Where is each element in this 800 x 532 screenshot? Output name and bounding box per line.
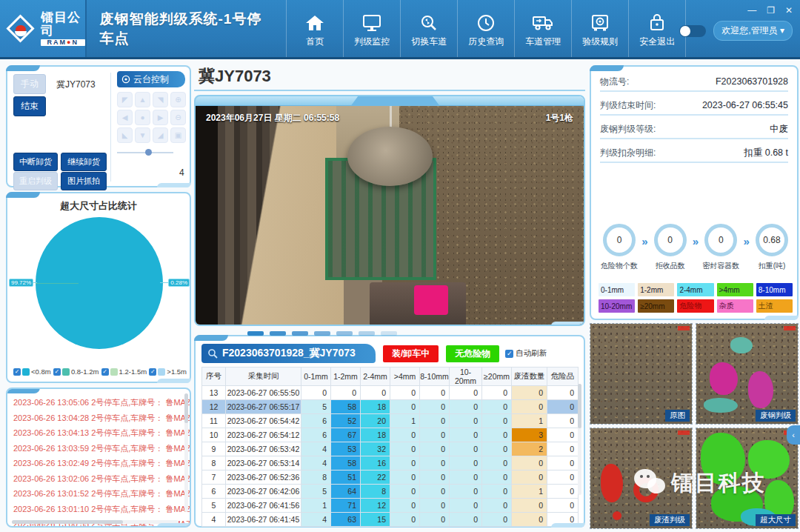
video-timestamp-overlay: 2023年06月27日 星期二 06:55:58 bbox=[206, 112, 339, 124]
ptz-button-0[interactable]: ◤ bbox=[117, 92, 133, 107]
window-controls: — ❐ ✕ bbox=[747, 6, 793, 15]
info-value: F2023063701928 bbox=[716, 76, 788, 87]
list-item[interactable]: 2023-06-26 13:05:06 2号停车点,车牌号： 鲁MAZ317,1… bbox=[13, 395, 182, 410]
ptz-button-4[interactable]: ◀ bbox=[117, 110, 133, 125]
history-icon bbox=[476, 10, 496, 32]
nav-item-home[interactable]: 首页 bbox=[286, 0, 343, 57]
table-column-header: 0-1mm bbox=[301, 368, 331, 386]
table-row[interactable]: 52023-06-27 06:41:5617112000000 bbox=[202, 499, 579, 513]
table-vertical-scrollbar[interactable] bbox=[578, 384, 581, 495]
table-row[interactable]: 92023-06-27 06:53:4245332000020 bbox=[202, 442, 579, 456]
list-item[interactable]: 2023-06-26 13:01:52 2号停车点,车牌号： 鲁MAZ317,1… bbox=[13, 486, 182, 502]
cell-value: 0 bbox=[482, 428, 512, 442]
snapshot-button[interactable]: 图片抓拍 bbox=[61, 172, 107, 190]
end-button[interactable]: 结束 bbox=[13, 96, 46, 116]
table-row[interactable]: 42023-06-27 06:41:4546315000000 bbox=[202, 513, 579, 527]
collapse-handle[interactable]: ‹ bbox=[787, 425, 800, 445]
header-bar: 镭目公司 RAM●N 废钢智能判级系统-1号停车点 首页 判级监控 切换车道 bbox=[0, 0, 800, 59]
title-divider bbox=[194, 90, 585, 91]
brand-company-name: 镭目公司 bbox=[41, 11, 85, 38]
thumb-steel-grading[interactable]: 废钢判级 bbox=[696, 323, 799, 425]
live-video-feed: 2023年06月27日 星期二 06:55:58 1号1枪 bbox=[196, 106, 584, 326]
ptz-button-8[interactable]: ◣ bbox=[117, 127, 133, 143]
table-row[interactable]: 102023-06-27 06:54:1266718000030 bbox=[202, 428, 579, 442]
table-column-header: 2-4mm bbox=[361, 368, 390, 386]
cell-value: 0 bbox=[547, 428, 579, 442]
cell-value: 0 bbox=[390, 456, 420, 471]
ptz-button-7[interactable]: ⊖ bbox=[170, 110, 186, 125]
table-row[interactable]: 112023-06-27 06:54:4265220100010 bbox=[202, 414, 579, 428]
nav-item-grading-monitor[interactable]: 判级监控 bbox=[343, 0, 400, 57]
slider-handle[interactable] bbox=[145, 149, 152, 156]
legend-swatch-icon bbox=[110, 368, 118, 376]
event-list: 2023-06-26 13:05:06 2号停车点,车牌号： 鲁MAZ317,1… bbox=[13, 395, 182, 528]
stat-value: 0 bbox=[704, 224, 737, 256]
thumb-label: 原图 bbox=[665, 410, 690, 422]
legend-checkbox[interactable]: ✓ bbox=[53, 368, 61, 376]
thumb-label: 超大尺寸 bbox=[756, 514, 796, 526]
ptz-speed-slider[interactable] bbox=[117, 149, 173, 156]
event-vertical-scrollbar[interactable] bbox=[184, 393, 188, 512]
cell-value: 0 bbox=[547, 499, 579, 513]
cell-index: 7 bbox=[202, 471, 226, 485]
theme-toggle[interactable] bbox=[679, 25, 706, 37]
ptz-button-2[interactable]: ◥ bbox=[153, 92, 168, 107]
cell-value: 0 bbox=[420, 442, 450, 456]
nav-item-lane-management[interactable]: 车道管理 bbox=[514, 0, 571, 57]
list-item[interactable]: 2023-06-26 13:04:13 2号停车点,车牌号： 鲁MAZ317,1… bbox=[13, 425, 182, 441]
legend-swatch-icon bbox=[62, 368, 70, 376]
minimize-button[interactable]: — bbox=[747, 6, 756, 15]
nav-item-history-query[interactable]: 历史查询 bbox=[457, 0, 514, 57]
auto-refresh-checkbox[interactable]: ✓ bbox=[505, 350, 513, 358]
event-horizontal-scrollbar[interactable] bbox=[12, 520, 179, 524]
legend-checkbox[interactable]: ✓ bbox=[149, 368, 156, 376]
nav-item-grade-rules[interactable]: 验级规则 bbox=[571, 0, 628, 57]
nav-item-safe-exit[interactable]: 安全退出 bbox=[628, 0, 685, 57]
list-item[interactable]: 2023-06-26 13:04:28 2号停车点,车牌号： 鲁MAZ317,1… bbox=[13, 410, 182, 426]
maximize-button[interactable]: ❐ bbox=[767, 6, 775, 15]
ptz-button-10[interactable]: ◢ bbox=[153, 127, 168, 143]
cell-index: 12 bbox=[202, 400, 226, 414]
ptz-button-9[interactable]: ▼ bbox=[135, 127, 150, 143]
table-row[interactable]: 62023-06-27 06:42:065648000010 bbox=[202, 485, 579, 499]
table-row[interactable]: 72023-06-27 06:52:3685122000000 bbox=[202, 471, 579, 485]
status-badge-no-danger: 无危险物 bbox=[446, 345, 499, 362]
ptz-button-6[interactable]: ▶ bbox=[153, 110, 168, 125]
manual-button[interactable]: 手动 bbox=[13, 74, 46, 94]
cell-index: 8 bbox=[202, 456, 226, 471]
list-item[interactable]: 2023-06-26 13:01:10 2号停车点,车牌号： 鲁MAZ317,1… bbox=[13, 502, 182, 517]
ptz-control: 云台控制 ◤▲◥⊕◀●▶⊖◣▼◢▣ bbox=[117, 71, 187, 182]
nav-item-switch-lane[interactable]: 切换车道 bbox=[400, 0, 457, 57]
stat-value: 0 bbox=[654, 224, 687, 256]
cell-value: 4 bbox=[301, 456, 331, 471]
truck-icon bbox=[533, 10, 553, 32]
list-item[interactable]: 2023-06-26 13:02:49 2号停车点,车牌号： 鲁MAZ317,1… bbox=[13, 456, 182, 471]
ptz-button-11[interactable]: ▣ bbox=[170, 127, 186, 143]
thumb-oversize[interactable]: 超大尺寸 bbox=[696, 428, 799, 529]
legend-checkbox[interactable]: ✓ bbox=[101, 368, 109, 376]
live-video-panel: 2023年06月27日 星期二 06:55:58 1号1枪 bbox=[194, 95, 585, 326]
cell-value: 0 bbox=[450, 442, 482, 456]
legend-checkbox[interactable]: ✓ bbox=[13, 368, 21, 376]
table-row[interactable]: 132023-06-27 06:55:50000000000 bbox=[202, 386, 579, 400]
ramon-diamond-icon bbox=[6, 14, 36, 44]
thumb-original[interactable]: 原图 bbox=[590, 323, 693, 425]
thumb-slag-grading[interactable]: 废渣判级 bbox=[590, 428, 693, 529]
cell-value: 0 bbox=[482, 414, 512, 428]
ptz-button-3[interactable]: ⊕ bbox=[170, 92, 186, 107]
close-button[interactable]: ✕ bbox=[785, 6, 793, 15]
cell-value: 0 bbox=[512, 456, 547, 471]
list-item[interactable]: 2023-06-26 13:03:59 2号停车点,车牌号： 鲁MAZ317,1… bbox=[13, 441, 182, 456]
ptz-button-5[interactable]: ● bbox=[135, 110, 150, 125]
list-item[interactable]: 2023-06-26 13:02:06 2号停车点,车牌号： 鲁MAZ317,1… bbox=[13, 471, 182, 487]
table-row[interactable]: 122023-06-27 06:55:1755818000000 bbox=[202, 400, 579, 414]
user-menu-button[interactable]: 欢迎您,管理员 ▾ bbox=[713, 21, 793, 41]
cell-index: 13 bbox=[202, 386, 226, 400]
continue-unload-button[interactable]: 继续卸货 bbox=[61, 153, 107, 171]
cell-value: 0 bbox=[547, 414, 579, 428]
table-row[interactable]: 82023-06-27 06:53:1445816000000 bbox=[202, 456, 579, 471]
app-title: 废钢智能判级系统-1号停车点 bbox=[87, 10, 287, 48]
interrupt-unload-button[interactable]: 中断卸货 bbox=[13, 153, 58, 171]
ptz-button-1[interactable]: ▲ bbox=[135, 92, 150, 107]
restart-grading-button[interactable]: 重启判级 bbox=[13, 172, 58, 190]
